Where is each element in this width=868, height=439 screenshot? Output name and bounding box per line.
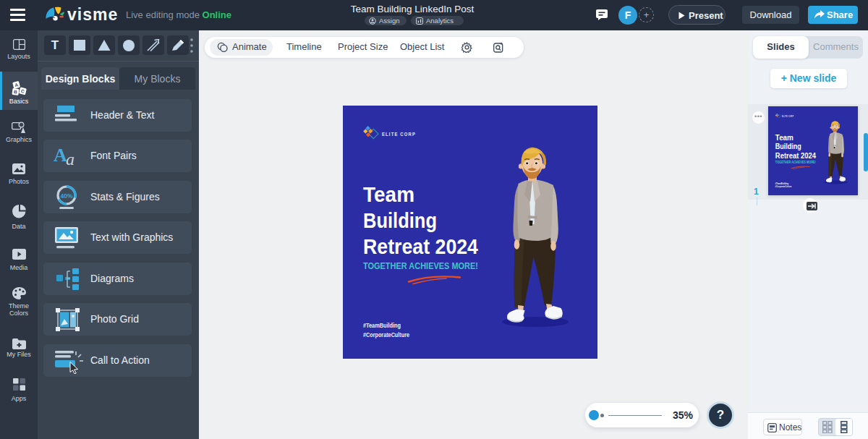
svg-text:T: T [51, 39, 59, 51]
svg-text:40%: 40% [60, 192, 72, 200]
svg-text:a: a [66, 150, 75, 167]
